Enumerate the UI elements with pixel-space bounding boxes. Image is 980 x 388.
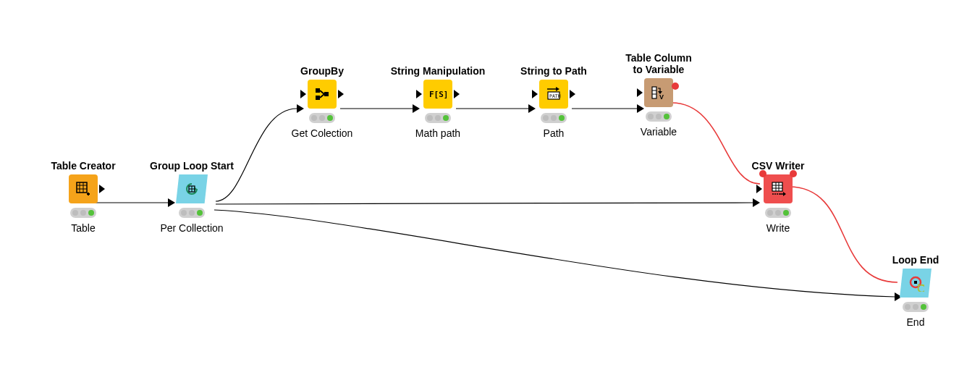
- svg-point-38: [777, 193, 778, 195]
- svg-point-36: [772, 193, 774, 195]
- svg-text:PATH: PATH: [549, 93, 561, 99]
- status-light: [765, 208, 791, 218]
- loop-start-icon: [185, 182, 199, 196]
- node-title: Group Loop Start: [141, 160, 242, 172]
- node-caption: Get Colection: [282, 127, 362, 139]
- svg-text:F[S]: F[S]: [429, 90, 447, 99]
- node-title: Table Creator: [36, 160, 130, 172]
- node-loop-end[interactable]: Loop End End: [883, 254, 948, 328]
- node-caption: Variable: [615, 126, 702, 138]
- svg-marker-40: [783, 192, 786, 196]
- node-title: CSV Writer: [738, 160, 818, 172]
- node-body[interactable]: [176, 174, 208, 203]
- svg-rect-20: [324, 92, 329, 96]
- svg-rect-19: [316, 96, 320, 100]
- node-csv-writer[interactable]: CSV Writer Write: [738, 160, 818, 234]
- node-string-to-path[interactable]: String to Path PATH Path: [514, 65, 594, 139]
- status-light: [646, 111, 672, 122]
- groupby-icon: [314, 86, 330, 102]
- status-light: [903, 302, 929, 312]
- node-caption: Math path: [384, 127, 492, 139]
- svg-rect-31: [772, 182, 782, 191]
- node-caption: Per Collection: [141, 222, 242, 234]
- node-body[interactable]: PATH: [539, 80, 568, 109]
- node-title: Loop End: [883, 254, 948, 266]
- status-light: [70, 208, 96, 218]
- svg-text:V: V: [659, 93, 664, 101]
- node-table-creator[interactable]: Table Creator Table: [36, 160, 130, 234]
- status-light: [309, 113, 335, 123]
- node-string-manipulation[interactable]: String Manipulation F[S] Math path: [384, 65, 492, 139]
- node-caption: End: [883, 316, 948, 328]
- node-title: Table Column to Variable: [615, 52, 702, 75]
- node-title: String to Path: [514, 65, 594, 77]
- svg-marker-23: [556, 87, 559, 91]
- node-body[interactable]: [69, 174, 98, 203]
- svg-rect-42: [914, 281, 917, 284]
- node-caption: Path: [514, 127, 594, 139]
- path-icon: PATH: [546, 86, 562, 102]
- node-title: String Manipulation: [384, 65, 492, 77]
- svg-point-37: [774, 193, 776, 195]
- variable-in-port[interactable]: [759, 170, 766, 177]
- node-group-loop-start[interactable]: Group Loop Start Per Collection: [141, 160, 242, 234]
- workflow-canvas[interactable]: { "nodes": { "table_creator": { "title":…: [0, 0, 980, 388]
- status-light: [541, 113, 567, 123]
- svg-rect-18: [316, 88, 320, 93]
- node-body[interactable]: [764, 174, 793, 203]
- node-table-column-to-variable[interactable]: Table Column to Variable V Variable: [615, 52, 702, 138]
- node-body[interactable]: [308, 80, 337, 109]
- function-string-icon: F[S]: [429, 88, 447, 100]
- svg-rect-26: [652, 87, 656, 98]
- loop-end-icon: [907, 274, 924, 292]
- node-caption: Table: [36, 222, 130, 234]
- node-body[interactable]: V: [644, 78, 673, 107]
- node-body[interactable]: F[S]: [423, 80, 452, 109]
- status-light: [425, 113, 451, 123]
- table-plus-icon: [76, 182, 90, 196]
- status-light: [179, 208, 205, 218]
- to-variable-icon: V: [651, 85, 667, 101]
- variable-out-port[interactable]: [790, 170, 797, 177]
- node-groupby[interactable]: GroupBy Get Colection: [282, 65, 362, 139]
- node-caption: Write: [738, 222, 818, 234]
- variable-out-port[interactable]: [672, 83, 679, 90]
- csv-write-icon: [770, 181, 786, 197]
- node-title: GroupBy: [282, 65, 362, 77]
- svg-rect-7: [77, 182, 87, 193]
- node-body[interactable]: [900, 269, 932, 298]
